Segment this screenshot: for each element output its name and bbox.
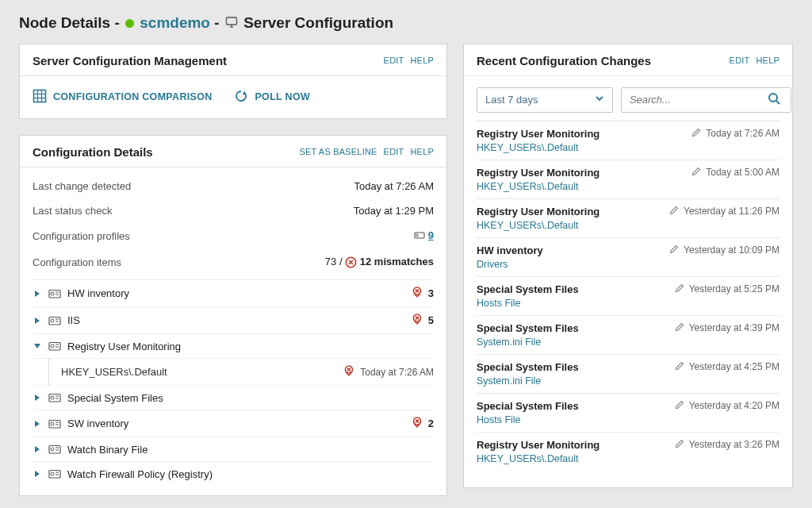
tree-label: Registry User Monitoring [67,341,434,352]
tree-label: Watch Firewall Policy (Registry) [67,468,434,480]
caret-right-icon[interactable] [33,394,42,402]
change-sublink[interactable]: Hosts File [477,298,579,309]
caret-down-icon[interactable] [33,342,42,350]
change-row[interactable]: Registry User MonitoringHKEY_USERs\.Defa… [477,160,779,198]
server-icon [225,15,238,33]
change-sublink[interactable]: HKEY_USERs\.Default [477,220,599,231]
changes-help-link[interactable]: HELP [756,56,779,65]
change-row[interactable]: Special System FilesHosts FileYesterday … [477,276,779,315]
change-sublink[interactable]: HKEY_USERs\.Default [477,142,599,153]
pencil-icon [669,206,679,217]
change-title: Special System Files [477,283,579,295]
change-timestamp: Today at 7:26 AM [691,128,779,140]
change-timestamp: Yesterday at 4:25 PM [675,361,779,373]
change-sublink[interactable]: Hosts File [477,414,579,425]
change-timestamp: Yesterday at 5:25 PM [675,283,779,295]
status-up-icon [125,19,134,28]
configuration-comparison-button[interactable]: CONFIGURATION COMPARISON [33,89,212,106]
details-panel-title: Configuration Details [33,145,153,159]
tree-row[interactable]: Watch Firewall Policy (Registry) [33,462,434,486]
change-sublink[interactable]: System.ini File [477,375,579,387]
scm-help-link[interactable]: HELP [410,56,434,65]
scm-panel: Server Configuration Management EDIT HEL… [19,44,447,119]
svg-point-32 [51,344,54,348]
pencil-icon [675,400,684,412]
change-sublink[interactable]: HKEY_USERs\.Default [477,181,599,192]
change-row[interactable]: Special System FilesHosts FileYesterday … [477,393,779,432]
tree-row[interactable]: Watch Binary File [33,437,434,462]
time-range-value: Last 7 days [485,94,538,106]
time-range-dropdown[interactable]: Last 7 days [477,87,613,113]
search-button[interactable] [764,88,784,111]
svg-marker-38 [35,394,40,401]
search-input-wrap [621,87,791,113]
set-as-baseline-link[interactable]: SET AS BASELINE [299,147,377,156]
change-sublink[interactable]: Drivers [477,259,543,270]
poll-now-button[interactable]: POLL NOW [234,89,310,106]
mismatch-count: 5 [411,313,434,328]
poll-label: POLL NOW [255,91,310,102]
change-row[interactable]: Registry User MonitoringHKEY_USERs\.Defa… [477,432,779,471]
changes-panel-title: Recent Configuration Changes [477,54,651,67]
change-sublink[interactable]: System.ini File [477,337,579,348]
tree-child-label: HKEY_USERs\.Default [61,366,336,378]
caret-right-icon[interactable] [33,420,42,428]
svg-marker-56 [35,471,40,477]
changes-edit-link[interactable]: EDIT [730,56,750,65]
caret-right-icon[interactable] [33,445,42,453]
change-title: Registry User Monitoring [477,206,599,217]
configuration-details-panel: Configuration Details SET AS BASELINE ED… [19,135,447,496]
scm-edit-link[interactable]: EDIT [384,56,404,65]
change-row[interactable]: HW inventoryDriversYesterday at 10:09 PM [477,237,779,276]
change-title: Special System Files [477,400,579,412]
svg-point-45 [51,422,54,425]
tree-row[interactable]: IIS 5 [33,307,434,334]
tree-label: SW inventory [67,418,404,429]
node-link[interactable]: scmdemo [140,14,210,31]
change-row[interactable]: Special System FilesSystem.ini FileYeste… [477,354,779,393]
svg-point-53 [51,448,54,451]
change-timestamp: Yesterday at 4:39 PM [675,322,779,334]
caret-right-icon[interactable] [33,290,42,298]
caret-right-icon[interactable] [33,470,42,478]
search-input[interactable] [630,94,764,106]
svg-marker-8 [243,90,247,94]
details-help-link[interactable]: HELP [410,147,434,156]
svg-point-40 [51,396,54,399]
profile-icon [48,314,61,327]
tree-row[interactable]: Registry User Monitoring [33,334,434,359]
tree-label: Watch Binary File [67,444,434,456]
tree-row[interactable]: HW inventory 3 [33,280,434,307]
change-title: Special System Files [477,361,579,373]
last-check-value: Today at 1:29 PM [354,205,434,217]
tree-child-row[interactable]: HKEY_USERs\.Default Today at 7:26 AM [33,359,434,386]
search-icon [767,91,781,108]
title-suffix: Server Configuration [243,14,393,31]
tree-row[interactable]: SW inventory 2 [33,410,434,437]
change-timestamp: Yesterday at 3:26 PM [675,439,779,451]
svg-point-16 [51,292,54,295]
change-row[interactable]: Registry User MonitoringHKEY_USERs\.Defa… [477,198,779,237]
svg-line-62 [776,101,779,104]
page-title: Node Details - scmdemo - Server Configur… [19,14,793,33]
profiles-link[interactable]: 9 [428,229,434,241]
mismatch-icon [345,256,357,268]
mismatch-icon [411,416,423,431]
details-edit-link[interactable]: EDIT [384,147,404,156]
change-sublink[interactable]: HKEY_USERs\.Default [477,453,599,464]
profile-icon [48,340,61,352]
mismatch-icon [411,313,423,328]
svg-rect-0 [226,17,236,25]
pencil-icon [675,439,684,451]
svg-marker-14 [35,291,40,297]
change-title: Registry User Monitoring [477,439,599,451]
change-row[interactable]: Special System FilesSystem.ini FileYeste… [477,315,779,354]
caret-right-icon[interactable] [33,317,42,325]
profiles-value: 9 [414,229,434,243]
change-timestamp: Yesterday at 4:20 PM [675,400,779,412]
tree-row[interactable]: Special System Files [33,386,434,410]
mismatch-count: 2 [411,416,434,431]
change-row[interactable]: Registry User MonitoringHKEY_USERs\.Defa… [477,121,779,160]
profile-icon [48,287,61,300]
pencil-icon [675,322,684,334]
